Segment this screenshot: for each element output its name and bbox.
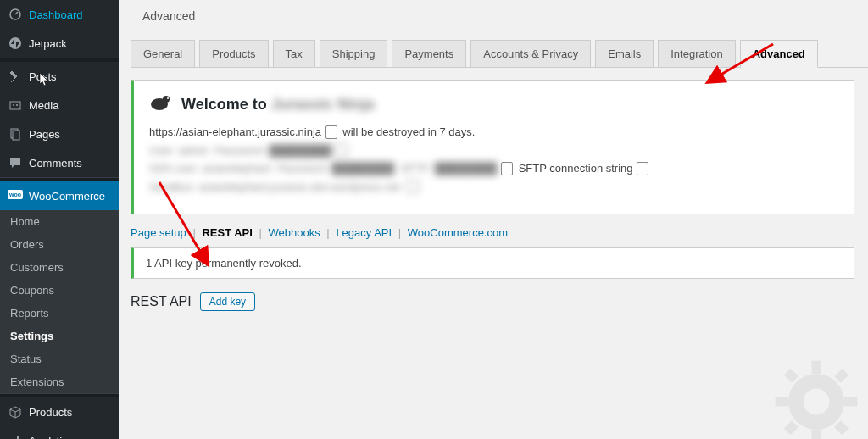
advanced-subnav: Page setup | REST API | Webhooks | Legac… bbox=[131, 226, 868, 239]
page-title: Advanced bbox=[119, 0, 868, 23]
sub-customers[interactable]: Customers bbox=[0, 256, 119, 279]
menu-label: Analytics bbox=[29, 435, 73, 440]
gear-watermark-icon bbox=[770, 355, 863, 439]
admin-sidebar: Dashboard Jetpack Posts Media Pages Comm… bbox=[0, 0, 119, 439]
sublink-webhooks[interactable]: Webhooks bbox=[269, 226, 320, 239]
dashboard-icon bbox=[7, 6, 24, 23]
sub-orders[interactable]: Orders bbox=[0, 233, 119, 256]
menu-media[interactable]: Media bbox=[0, 91, 119, 119]
rest-api-heading: REST API bbox=[131, 294, 192, 309]
svg-rect-22 bbox=[834, 369, 849, 383]
menu-analytics[interactable]: Analytics bbox=[0, 426, 119, 439]
copy-icon[interactable] bbox=[503, 164, 513, 175]
blurred-credentials: User: admin Password: ████████ bbox=[149, 144, 838, 158]
menu-label: Posts bbox=[29, 70, 57, 83]
menu-label: Pages bbox=[29, 128, 60, 141]
welcome-notice: Welcome to Jurassic Ninja https://asian-… bbox=[131, 80, 854, 214]
add-key-button[interactable]: Add key bbox=[200, 292, 255, 311]
menu-posts[interactable]: Posts bbox=[0, 62, 119, 91]
tab-products[interactable]: Products bbox=[199, 40, 268, 68]
sublink-woocom[interactable]: WooCommerce.com bbox=[408, 226, 508, 239]
tab-accounts[interactable]: Accounts & Privacy bbox=[470, 40, 591, 68]
rest-api-heading-row: REST API Add key bbox=[131, 292, 868, 311]
menu-jetpack[interactable]: Jetpack bbox=[0, 29, 119, 58]
sub-coupons[interactable]: Coupons bbox=[0, 279, 119, 302]
page-icon bbox=[7, 125, 24, 142]
sub-reports[interactable]: Reports bbox=[0, 302, 119, 325]
svg-point-3 bbox=[13, 104, 14, 106]
media-icon bbox=[7, 97, 24, 114]
menu-woocommerce[interactable]: woo WooCommerce bbox=[0, 181, 119, 210]
sublink-page-setup[interactable]: Page setup bbox=[131, 226, 186, 239]
comment-icon bbox=[7, 154, 24, 171]
svg-point-1 bbox=[9, 37, 21, 49]
site-url-line: https://asian-elephant.jurassic.ninja wi… bbox=[149, 125, 838, 139]
blurred-credentials: Sandbox: asianelephant.jurassic.dev.word… bbox=[149, 181, 838, 194]
svg-point-4 bbox=[16, 104, 18, 106]
sub-status[interactable]: Status bbox=[0, 347, 119, 370]
svg-rect-19 bbox=[776, 397, 788, 407]
menu-label: Dashboard bbox=[29, 8, 83, 21]
menu-label: WooCommerce bbox=[29, 190, 105, 203]
svg-point-16 bbox=[804, 389, 830, 415]
tab-general[interactable]: General bbox=[131, 40, 195, 68]
analytics-icon bbox=[7, 432, 24, 439]
pin-icon bbox=[7, 68, 24, 85]
svg-rect-18 bbox=[812, 430, 821, 439]
tab-shipping[interactable]: Shipping bbox=[320, 40, 388, 68]
products-icon bbox=[7, 403, 24, 420]
jetpack-icon bbox=[7, 35, 24, 52]
menu-label: Media bbox=[29, 99, 58, 112]
tab-advanced[interactable]: Advanced bbox=[740, 40, 818, 68]
menu-pages[interactable]: Pages bbox=[0, 119, 119, 148]
tab-tax[interactable]: Tax bbox=[273, 40, 315, 68]
sftp-line: SSH user: asianelephant Password: ██████… bbox=[149, 162, 838, 175]
tab-emails[interactable]: Emails bbox=[595, 40, 654, 68]
svg-rect-20 bbox=[844, 397, 857, 407]
copy-icon[interactable] bbox=[327, 127, 337, 139]
svg-rect-17 bbox=[812, 361, 821, 374]
svg-rect-23 bbox=[784, 420, 798, 435]
success-notice: 1 API key permanently revoked. bbox=[131, 247, 854, 279]
sublink-rest-api[interactable]: REST API bbox=[202, 226, 252, 239]
tab-integration[interactable]: Integration bbox=[658, 40, 735, 68]
settings-tabs: General Products Tax Shipping Payments A… bbox=[131, 40, 868, 68]
svg-point-14 bbox=[167, 97, 169, 99]
sub-home[interactable]: Home bbox=[0, 210, 119, 233]
svg-point-13 bbox=[163, 96, 170, 103]
menu-label: Comments bbox=[29, 157, 82, 169]
menu-label: Products bbox=[29, 406, 72, 419]
svg-rect-21 bbox=[784, 369, 798, 383]
svg-rect-6 bbox=[13, 131, 19, 140]
tab-payments[interactable]: Payments bbox=[392, 40, 466, 68]
sub-extensions[interactable]: Extensions bbox=[0, 370, 119, 393]
copy-icon[interactable] bbox=[638, 164, 648, 175]
menu-products[interactable]: Products bbox=[0, 397, 119, 426]
menu-label: Jetpack bbox=[29, 37, 67, 50]
menu-comments[interactable]: Comments bbox=[0, 148, 119, 177]
svg-text:woo: woo bbox=[8, 192, 21, 197]
woo-icon: woo bbox=[7, 187, 24, 204]
sub-settings[interactable]: Settings bbox=[0, 325, 119, 347]
woocommerce-submenu: Home Orders Customers Coupons Reports Se… bbox=[0, 210, 119, 393]
welcome-heading: Welcome to Jurassic Ninja bbox=[181, 96, 375, 114]
svg-rect-2 bbox=[10, 102, 20, 109]
svg-rect-24 bbox=[834, 420, 849, 435]
menu-dashboard[interactable]: Dashboard bbox=[0, 0, 119, 29]
main-content: Advanced General Products Tax Shipping P… bbox=[119, 0, 868, 439]
dino-icon bbox=[149, 92, 173, 117]
sublink-legacy-api[interactable]: Legacy API bbox=[336, 226, 392, 239]
blurred-text: Jurassic Ninja bbox=[271, 96, 375, 113]
